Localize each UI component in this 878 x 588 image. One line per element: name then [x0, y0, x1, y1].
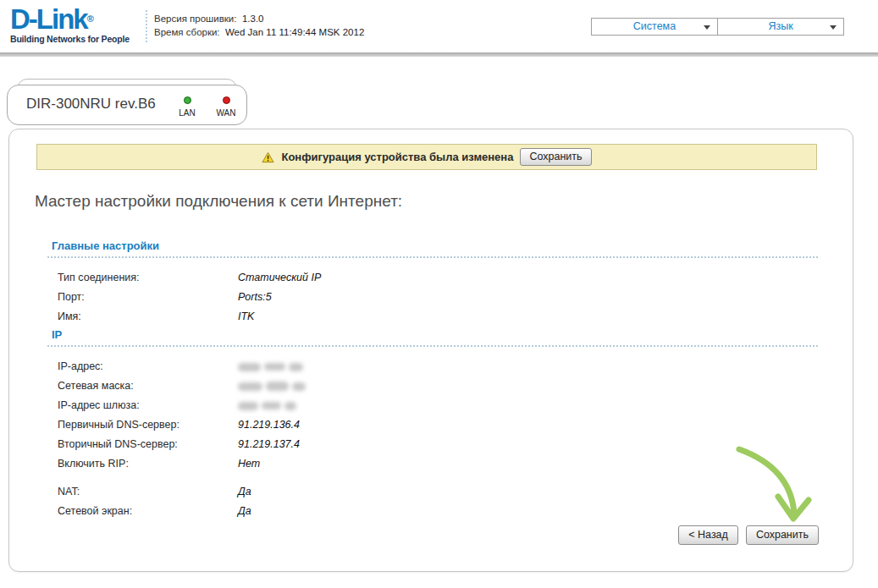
firmware-version-value: 1.3.0: [242, 14, 264, 24]
save-button[interactable]: Сохранить: [746, 525, 819, 545]
field-label: Сетевой экран:: [58, 505, 132, 517]
section-header-ip: IP: [47, 328, 818, 347]
field-value: Да: [238, 486, 251, 497]
main-panel: Конфигурация устройства была изменена Со…: [8, 129, 853, 572]
field-label: Включить RIP:: [58, 458, 129, 470]
section-header-main-settings: Главные настройки: [47, 239, 818, 258]
field-row-firewall: Сетевой экран: Да: [58, 505, 819, 519]
field-value-redacted: [238, 380, 309, 392]
field-row-primary-dns: Первичный DNS-сервер: 91.219.136.4: [58, 419, 819, 432]
wan-label: WAN: [209, 108, 243, 118]
device-model-label: DIR-300NRU rev.B6: [26, 96, 156, 113]
chevron-down-icon: [704, 25, 710, 30]
registered-mark: ®: [87, 14, 94, 24]
lan-label: LAN: [170, 108, 204, 118]
field-value: 91.219.137.4: [238, 438, 300, 450]
menu-system-label: Система: [633, 20, 676, 32]
field-row-gateway: IP-адрес шлюза:: [58, 399, 819, 413]
firmware-info: Версия прошивки: 1.3.0 Время сборки: Wed…: [154, 12, 364, 39]
config-changed-banner: Конфигурация устройства была изменена Со…: [36, 144, 817, 170]
field-label: Тип соединения:: [58, 272, 140, 283]
field-row-port: Порт: Ports:5: [58, 291, 819, 305]
field-label: Сетевая маска:: [58, 380, 134, 392]
device-tab[interactable]: DIR-300NRU rev.B6 LAN WAN: [7, 85, 247, 125]
wan-indicator: WAN: [209, 92, 243, 118]
banner-message: Конфигурация устройства была изменена: [281, 151, 513, 163]
lan-indicator: LAN: [170, 92, 204, 118]
banner-save-button[interactable]: Сохранить: [520, 148, 591, 166]
field-value: Статический IP: [238, 272, 321, 283]
field-value: Нет: [238, 458, 260, 470]
field-row-nat: NAT: Да: [58, 486, 819, 499]
field-label: Первичный DNS-сервер:: [58, 419, 179, 431]
field-row-netmask: Сетевая маска:: [58, 380, 819, 393]
router-admin-page: D-Link® Building Networks for People Вер…: [0, 0, 878, 588]
field-label: NAT:: [58, 486, 80, 497]
field-value-redacted: [238, 399, 300, 411]
field-row-secondary-dns: Вторичный DNS-сервер: 91.219.137.4: [58, 438, 819, 452]
field-row-connection-type: Тип соединения: Статический IP: [58, 272, 819, 285]
build-time-label: Время сборки:: [154, 27, 220, 37]
field-value: Да: [238, 505, 251, 517]
header-separator-bar: [0, 52, 878, 57]
footer-buttons: < Назад Сохранить: [678, 525, 819, 545]
menu-system[interactable]: Система: [591, 18, 718, 36]
back-button[interactable]: < Назад: [678, 525, 738, 545]
field-row-ip-address: IP-адрес:: [58, 360, 819, 374]
warning-icon: [262, 151, 274, 163]
field-value: Ports:5: [238, 291, 272, 303]
field-value: 91.219.136.4: [238, 419, 300, 431]
field-row-rip: Включить RIP: Нет: [58, 458, 819, 471]
chevron-down-icon: [830, 25, 837, 30]
wan-status-led: [223, 96, 230, 104]
header-divider: [146, 10, 147, 42]
top-menu-bar: Система Язык: [591, 18, 844, 36]
menu-language[interactable]: Язык: [717, 18, 844, 36]
field-label: IP-адрес шлюза:: [58, 399, 140, 411]
field-label: Вторичный DNS-сервер:: [58, 438, 178, 450]
page-title: Мастер настройки подключения к сети Инте…: [35, 192, 402, 211]
field-value-redacted: [238, 360, 306, 372]
menu-language-label: Язык: [768, 20, 792, 32]
lan-status-led: [184, 96, 191, 104]
field-label: Порт:: [58, 291, 85, 303]
brand-wordmark: D-Link®: [10, 5, 137, 33]
field-label: IP-адрес:: [58, 360, 103, 372]
field-label: Имя:: [58, 310, 81, 322]
field-row-name: Имя: ITK: [58, 310, 819, 324]
build-time-value: Wed Jan 11 11:49:44 MSK 2012: [225, 27, 364, 37]
brand-tagline: Building Networks for People: [10, 34, 137, 44]
header: D-Link® Building Networks for People Вер…: [0, 0, 878, 52]
field-value: ITK: [238, 310, 254, 322]
dlink-logo: D-Link® Building Networks for People: [10, 5, 137, 44]
firmware-version-label: Версия прошивки:: [154, 14, 237, 24]
